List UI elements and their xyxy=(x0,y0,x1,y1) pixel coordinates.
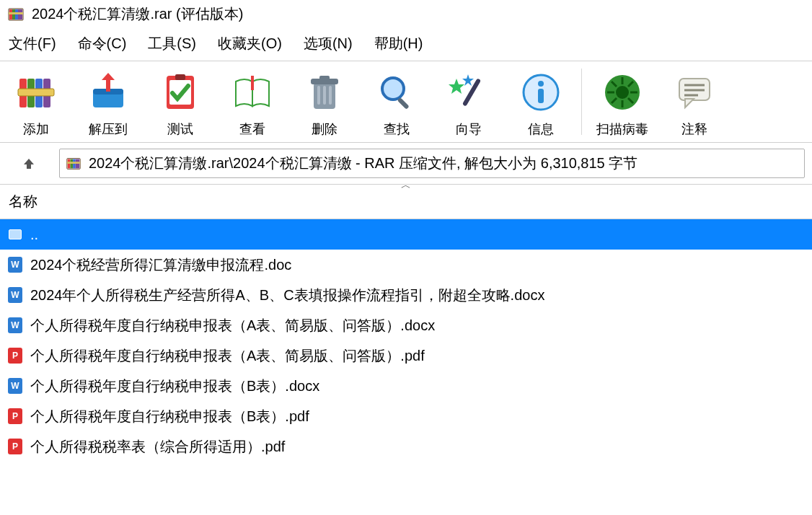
svg-rect-26 xyxy=(397,97,410,110)
svg-marker-28 xyxy=(449,79,464,94)
menu-tools[interactable]: 工具(S) xyxy=(148,34,196,53)
svg-rect-5 xyxy=(9,12,23,14)
file-name: 个人所得税年度自行纳税申报表（A表、简易版、问答版）.pdf xyxy=(30,345,425,366)
svg-rect-10 xyxy=(18,89,54,96)
svg-rect-23 xyxy=(323,86,326,105)
path-field[interactable]: 2024个税汇算清缴.rar\2024个税汇算清缴 - RAR 压缩文件, 解包… xyxy=(59,149,805,178)
comment-bubble-icon xyxy=(674,67,715,118)
svg-rect-17 xyxy=(175,74,185,80)
scan-virus-button[interactable]: 扫描病毒 xyxy=(586,61,658,142)
word-doc-icon: W xyxy=(7,257,23,273)
file-name: 个人所得税年度自行纳税申报表（A表、简易版、问答版）.docx xyxy=(30,314,435,336)
toolbar-separator xyxy=(581,69,582,135)
svg-rect-24 xyxy=(329,86,332,105)
svg-marker-29 xyxy=(462,74,474,86)
file-name: 个人所得税年度自行纳税申报表（B表）.docx xyxy=(30,375,319,397)
up-button[interactable] xyxy=(7,156,50,172)
open-book-icon xyxy=(231,67,273,118)
menu-favorites[interactable]: 收藏夹(O) xyxy=(218,34,282,53)
svg-point-34 xyxy=(616,86,629,99)
svg-point-31 xyxy=(538,81,544,87)
file-name: 个人所得税税率表（综合所得适用）.pdf xyxy=(30,436,285,457)
pdf-doc-icon: P xyxy=(7,348,23,364)
info-label: 信息 xyxy=(528,120,554,138)
view-label: 查看 xyxy=(239,120,265,138)
comment-button[interactable]: 注释 xyxy=(658,61,731,142)
file-name: 2024年个人所得税生产经营所得A、B、C表填报操作流程指引，附超全攻略.doc… xyxy=(30,284,544,306)
file-row[interactable]: W 个人所得税年度自行纳税申报表（B表）.docx xyxy=(0,371,812,401)
menu-help[interactable]: 帮助(H) xyxy=(374,34,423,53)
file-row[interactable]: P 个人所得税税率表（综合所得适用）.pdf xyxy=(0,431,812,462)
svg-rect-21 xyxy=(319,76,330,80)
splitter-handle[interactable]: ︿ xyxy=(401,179,411,192)
word-doc-icon: W xyxy=(7,317,23,333)
svg-point-25 xyxy=(382,78,404,100)
file-name: 2024个税经营所得汇算清缴申报流程.doc xyxy=(30,254,291,276)
magnifier-icon xyxy=(376,67,418,118)
file-row[interactable]: W 个人所得税年度自行纳税申报表（A表、简易版、问答版）.docx xyxy=(0,310,812,340)
svg-rect-53 xyxy=(67,162,80,164)
file-list: .. W 2024个税经营所得汇算清缴申报流程.doc W 2024年个人所得税… xyxy=(0,219,812,462)
parent-folder-row[interactable]: .. xyxy=(0,219,812,250)
title-bar: 2024个税汇算清缴.rar (评估版本) xyxy=(0,0,812,28)
path-text: 2024个税汇算清缴.rar\2024个税汇算清缴 - RAR 压缩文件, 解包… xyxy=(89,154,637,173)
svg-marker-44 xyxy=(685,99,694,107)
winrar-file-icon xyxy=(66,156,81,172)
menu-bar: 文件(F) 命令(C) 工具(S) 收藏夹(O) 选项(N) 帮助(H) xyxy=(0,28,812,61)
extract-button[interactable]: 解压到 xyxy=(72,61,144,142)
pdf-doc-icon: P xyxy=(7,439,23,454)
file-row[interactable]: W 2024个税经营所得汇算清缴申报流程.doc xyxy=(0,250,812,280)
virus-scan-icon xyxy=(601,67,643,118)
column-header-area: ︿ 名称 xyxy=(0,185,812,219)
test-label: 测试 xyxy=(167,120,193,138)
delete-label: 删除 xyxy=(312,120,337,138)
delete-button[interactable]: 删除 xyxy=(288,61,361,142)
find-label: 查找 xyxy=(384,120,410,138)
find-button[interactable]: 查找 xyxy=(361,61,433,142)
winrar-app-icon xyxy=(7,6,25,23)
books-archive-icon xyxy=(15,67,57,118)
add-label: 添加 xyxy=(23,120,49,138)
file-name: .. xyxy=(30,224,38,245)
test-button[interactable]: 测试 xyxy=(144,61,216,142)
folder-up-icon xyxy=(7,226,23,242)
svg-rect-27 xyxy=(462,78,481,106)
menu-command[interactable]: 命令(C) xyxy=(78,34,127,53)
word-doc-icon: W xyxy=(7,287,23,303)
wizard-label: 向导 xyxy=(456,120,482,138)
comment-label: 注释 xyxy=(681,120,707,138)
file-row[interactable]: P 个人所得税年度自行纳税申报表（B表）.pdf xyxy=(0,401,812,431)
svg-rect-22 xyxy=(317,86,320,105)
file-row[interactable]: W 2024年个人所得税生产经营所得A、B、C表填报操作流程指引，附超全攻略.d… xyxy=(0,280,812,310)
extract-label: 解压到 xyxy=(89,120,128,138)
toolbar: 添加 解压到 测试 xyxy=(0,61,812,143)
file-name: 个人所得税年度自行纳税申报表（B表）.pdf xyxy=(30,405,309,427)
test-icon xyxy=(159,67,201,118)
pdf-doc-icon: P xyxy=(7,408,23,424)
wizard-button[interactable]: 向导 xyxy=(433,61,505,142)
scan-label: 扫描病毒 xyxy=(596,120,648,138)
trash-icon xyxy=(304,67,345,118)
window-title: 2024个税汇算清缴.rar (评估版本) xyxy=(32,4,243,24)
file-row[interactable]: P 个人所得税年度自行纳税申报表（A表、简易版、问答版）.pdf xyxy=(0,340,812,371)
svg-rect-18 xyxy=(251,76,254,90)
word-doc-icon: W xyxy=(7,378,23,394)
menu-options[interactable]: 选项(N) xyxy=(304,34,353,53)
view-button[interactable]: 查看 xyxy=(216,61,288,142)
add-button[interactable]: 添加 xyxy=(0,61,72,142)
info-button[interactable]: 信息 xyxy=(505,61,577,142)
svg-rect-32 xyxy=(538,89,544,103)
menu-file[interactable]: 文件(F) xyxy=(9,34,56,53)
wizard-wand-icon xyxy=(448,67,490,118)
extract-icon xyxy=(87,67,129,118)
svg-marker-14 xyxy=(102,73,115,80)
info-icon xyxy=(520,67,562,118)
